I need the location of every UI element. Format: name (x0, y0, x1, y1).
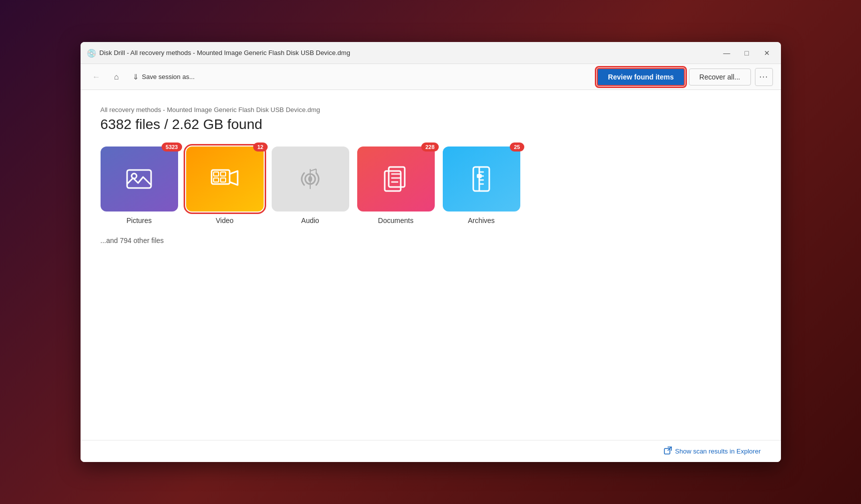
back-button[interactable]: ← (89, 69, 105, 85)
show-explorer-link[interactable]: Show scan results in Explorer (664, 446, 760, 456)
window-controls: — □ ✕ (719, 45, 775, 61)
category-row: 5323 Pictures 12 (101, 146, 761, 224)
more-options-button[interactable]: ··· (755, 68, 773, 86)
svg-rect-5 (214, 178, 219, 182)
video-label: Video (216, 216, 234, 224)
documents-icon (380, 163, 412, 195)
show-explorer-label: Show scan results in Explorer (675, 448, 760, 455)
maximize-button[interactable]: □ (739, 45, 755, 61)
video-icon (209, 163, 241, 195)
footer: Show scan results in Explorer (81, 440, 781, 462)
video-icon-wrapper: 12 (186, 146, 264, 212)
svg-line-9 (310, 169, 316, 171)
video-badge: 12 (253, 142, 267, 152)
main-content: All recovery methods - Mounted Image Gen… (81, 90, 781, 440)
svg-rect-6 (221, 178, 226, 182)
home-button[interactable]: ⌂ (109, 69, 125, 85)
home-icon: ⌂ (114, 72, 119, 82)
review-found-items-button[interactable]: Review found items (597, 68, 684, 86)
pictures-icon (123, 163, 155, 195)
audio-label: Audio (301, 216, 319, 224)
minimize-button[interactable]: — (719, 45, 735, 61)
archives-label: Archives (468, 216, 495, 224)
category-card-archives[interactable]: 25 Archives (443, 146, 520, 224)
toolbar: ← ⌂ ⇓ Save session as... Review found it… (81, 64, 781, 90)
pictures-label: Pictures (127, 216, 152, 224)
save-session-button[interactable]: ⇓ Save session as... (129, 70, 199, 84)
svg-rect-12 (389, 167, 405, 187)
pictures-icon-wrapper: 5323 (101, 146, 178, 212)
more-icon: ··· (759, 72, 768, 82)
app-icon: 💿 (87, 48, 96, 58)
svg-rect-22 (477, 174, 482, 178)
svg-rect-0 (127, 170, 151, 188)
audio-icon-wrapper (272, 146, 349, 212)
audio-icon (294, 163, 326, 195)
category-card-audio[interactable]: Audio (272, 146, 349, 224)
documents-badge: 228 (421, 142, 438, 152)
external-link-icon (664, 446, 672, 456)
documents-icon-wrapper: 228 (357, 146, 435, 212)
scan-subtitle: All recovery methods - Mounted Image Gen… (101, 106, 761, 114)
documents-label: Documents (378, 216, 414, 224)
app-window: 💿 Disk Drill - All recovery methods - Mo… (81, 42, 781, 462)
pictures-badge: 5323 (162, 142, 182, 152)
archives-badge: 25 (510, 142, 524, 152)
window-title: Disk Drill - All recovery methods - Moun… (100, 49, 719, 56)
archives-icon (465, 163, 497, 195)
svg-point-8 (308, 176, 312, 182)
category-card-pictures[interactable]: 5323 Pictures (101, 146, 178, 224)
svg-rect-16 (473, 167, 489, 191)
category-card-video[interactable]: 12 Video (186, 146, 264, 224)
back-icon: ← (93, 72, 101, 82)
download-icon: ⇓ (133, 72, 139, 82)
other-files-text: ...and 794 other files (101, 236, 761, 244)
svg-rect-3 (214, 172, 219, 176)
title-bar: 💿 Disk Drill - All recovery methods - Mo… (81, 42, 781, 64)
scan-title: 6382 files / 2.62 GB found (101, 116, 761, 132)
recover-all-button[interactable]: Recover all... (689, 68, 751, 86)
archives-icon-wrapper: 25 (443, 146, 520, 212)
category-card-documents[interactable]: 228 Documents (357, 146, 435, 224)
svg-rect-4 (221, 172, 226, 176)
save-session-label: Save session as... (142, 73, 195, 80)
close-button[interactable]: ✕ (759, 45, 775, 61)
